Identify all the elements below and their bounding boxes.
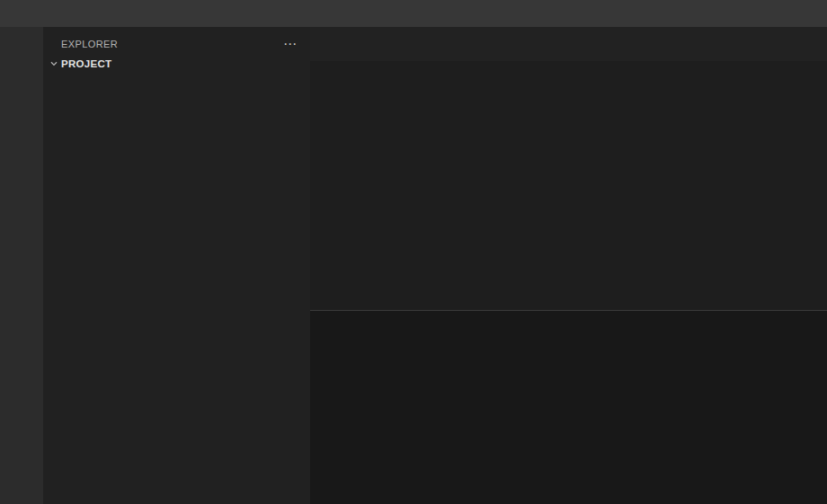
tree-root-label: PROJECT <box>61 58 111 69</box>
explorer-sidebar: EXPLORER ⋯ PROJECT <box>43 27 310 504</box>
workbench: EXPLORER ⋯ PROJECT <box>0 27 827 504</box>
bottom-panel <box>310 310 827 504</box>
menu-bar <box>0 0 827 27</box>
code-editor[interactable] <box>310 79 827 310</box>
vscode-window: EXPLORER ⋯ PROJECT <box>0 0 827 504</box>
breadcrumb <box>310 61 827 79</box>
tree-root-project[interactable]: PROJECT <box>43 54 310 74</box>
panel-tabs <box>310 311 827 342</box>
chevron-down-icon <box>47 59 61 68</box>
sidebar-header: EXPLORER ⋯ <box>43 27 310 54</box>
terminal[interactable] <box>310 342 827 504</box>
editor-group <box>310 27 827 504</box>
activity-bar <box>0 27 43 504</box>
editor-tabs <box>310 27 827 61</box>
more-actions-icon[interactable]: ⋯ <box>283 40 298 49</box>
sidebar-title: EXPLORER <box>61 39 118 49</box>
